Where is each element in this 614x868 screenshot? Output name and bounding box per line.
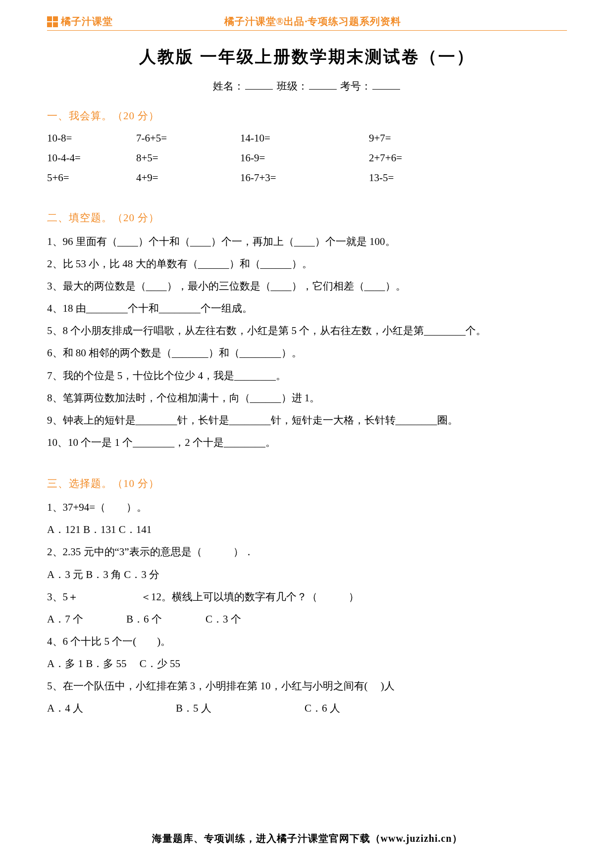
fill-item: 8、笔算两位数加法时，个位相加满十，向（______）进 1。 — [47, 387, 567, 409]
calc-cell: 7-6+5= — [136, 129, 240, 148]
calc-cell: 9+7= — [369, 129, 567, 148]
calc-cell: 8+5= — [136, 148, 240, 168]
calc-cell: 16-9= — [240, 148, 369, 168]
student-info-line: 姓名： 班级： 考号： — [47, 79, 567, 93]
fill-blank-list: 1、96 里面有（____）个十和（____）个一，再加上（____）个一就是 … — [47, 231, 567, 454]
exam-field[interactable] — [372, 79, 400, 90]
calc-cell: 4+9= — [136, 168, 240, 188]
footer-line: 海量题库、专项训练，进入橘子汁课堂官网下载（www.juzizhi.cn） — [0, 832, 614, 845]
calc-cell: 5+6= — [47, 168, 136, 188]
calc-cell: 14-10= — [240, 129, 369, 148]
choice-options: A．多 1 B．多 55 C．少 55 — [47, 653, 567, 675]
exam-label: 考号： — [340, 80, 371, 92]
class-label: 班级： — [277, 80, 308, 92]
fill-item: 10、10 个一是 1 个________，2 个十是________。 — [47, 432, 567, 454]
brand-tagline: 橘子汁课堂®出品·专项练习题系列资料 — [113, 15, 567, 28]
calc-grid: 10-8= 7-6+5= 14-10= 9+7= 10-4-4= 8+5= 16… — [47, 129, 567, 188]
section-2-head: 二、填空题。（20 分） — [47, 211, 567, 225]
name-field[interactable] — [245, 79, 273, 90]
calc-cell: 10-8= — [47, 129, 136, 148]
logo-icon — [47, 16, 58, 27]
fill-item: 1、96 里面有（____）个十和（____）个一，再加上（____）个一就是 … — [47, 231, 567, 253]
choice-stem: 2、2.35 元中的“3”表示的意思是（ ）． — [47, 541, 567, 563]
name-label: 姓名： — [213, 80, 244, 92]
option-b: B．6 个 — [126, 608, 205, 630]
logo-text: 橘子汁课堂 — [61, 15, 113, 28]
fill-item: 3、最大的两位数是（____），最小的三位数是（____），它们相差（____）… — [47, 275, 567, 297]
option-a: A．4 人 — [47, 697, 176, 720]
calc-cell: 13-5= — [369, 168, 567, 188]
choice-stem: 4、6 个十比 5 个一( )。 — [47, 630, 567, 653]
section-3-head: 三、选择题。（10 分） — [47, 477, 567, 490]
fill-item: 4、18 由________个十和________个一组成。 — [47, 297, 567, 320]
choice-options: A．121 B．131 C．141 — [47, 519, 567, 541]
logo: 橘子汁课堂 — [47, 15, 113, 28]
calc-row: 10-4-4= 8+5= 16-9= 2+7+6= — [47, 148, 567, 168]
calc-cell: 16-7+3= — [240, 168, 369, 188]
calc-cell: 2+7+6= — [369, 148, 567, 168]
fill-item: 9、钟表上的短针是________针，长针是________针，短针走一大格，长… — [47, 409, 567, 432]
choice-stem: 5、在一个队伍中，小红排在第 3，小明排在第 10，小红与小明之间有( )人 — [47, 675, 567, 697]
class-field[interactable] — [309, 79, 337, 90]
fill-item: 7、我的个位是 5，十位比个位少 4，我是________。 — [47, 365, 567, 387]
choice-options: A．3 元 B．3 角 C．3 分 — [47, 564, 567, 586]
calc-row: 5+6= 4+9= 16-7+3= 13-5= — [47, 168, 567, 188]
option-a: A．7 个 — [47, 608, 126, 630]
option-c: C．3 个 — [205, 608, 567, 630]
option-b: B．5 人 — [176, 697, 305, 720]
choice-options: A．7 个 B．6 个 C．3 个 — [47, 608, 567, 630]
top-bar: 橘子汁课堂 橘子汁课堂®出品·专项练习题系列资料 — [47, 15, 567, 31]
option-c: C．6 人 — [305, 697, 567, 720]
fill-item: 6、和 80 相邻的两个数是（_______）和（________）。 — [47, 342, 567, 364]
calc-cell: 10-4-4= — [47, 148, 136, 168]
fill-item: 2、比 53 小，比 48 大的单数有（______）和（______）。 — [47, 253, 567, 275]
choice-list: 1、37+94=（ ）。 A．121 B．131 C．141 2、2.35 元中… — [47, 496, 567, 720]
section-1-head: 一、我会算。（20 分） — [47, 109, 567, 123]
choice-stem: 1、37+94=（ ）。 — [47, 496, 567, 519]
page-title: 人教版 一年级上册数学期末测试卷（一） — [47, 46, 567, 68]
choice-stem: 3、5＋ ＜12。横线上可以填的数字有几个？（ ） — [47, 586, 567, 608]
calc-row: 10-8= 7-6+5= 14-10= 9+7= — [47, 129, 567, 148]
fill-item: 5、8 个小朋友排成一行唱歌，从左往右数，小红是第 5 个，从右往左数，小红是第… — [47, 320, 567, 342]
choice-options: A．4 人 B．5 人 C．6 人 — [47, 697, 567, 720]
